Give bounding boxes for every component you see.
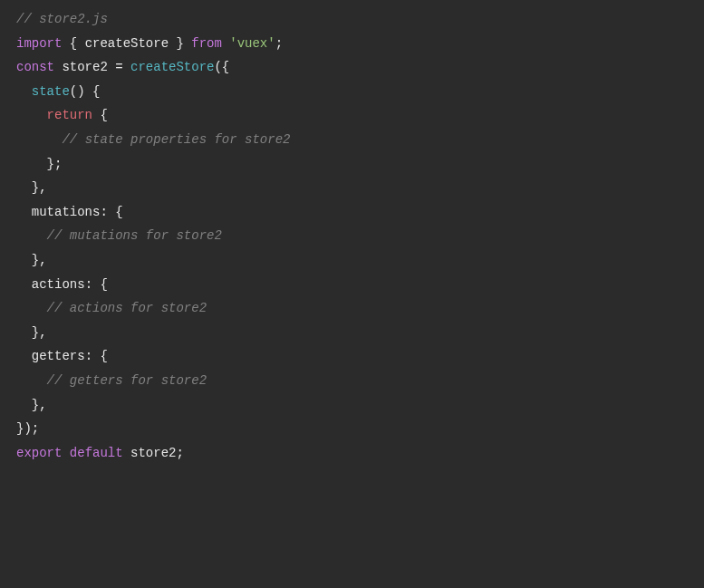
code-line: mutations: {	[16, 200, 688, 225]
code-line: // getters for store2	[16, 369, 688, 393]
code-block[interactable]: // store2.jsimport { createStore } from …	[16, 7, 688, 465]
code-token: : {	[100, 205, 122, 219]
code-token	[16, 301, 47, 315]
code-token: return	[47, 108, 92, 122]
code-token: mutations	[32, 205, 101, 219]
code-token	[16, 84, 32, 99]
code-token: {	[92, 108, 108, 122]
code-line: // state properties for store2	[16, 128, 688, 152]
code-token: 'vuex'	[229, 36, 275, 51]
code-token	[16, 108, 47, 122]
code-token	[16, 205, 32, 219]
code-token	[62, 446, 69, 460]
code-token: },	[16, 398, 47, 412]
code-token: () {	[70, 84, 101, 99]
code-token: getters	[32, 349, 85, 363]
code-token: });	[16, 421, 39, 436]
code-line: });	[16, 417, 688, 441]
code-line: export default store2;	[16, 441, 688, 466]
code-line: // actions for store2	[16, 296, 688, 321]
code-token: ({	[214, 60, 229, 74]
code-token: // mutations for store2	[47, 228, 222, 243]
code-token: default	[70, 446, 123, 460]
code-token: // actions for store2	[47, 301, 207, 315]
code-token: state	[32, 84, 70, 99]
code-token	[16, 373, 47, 388]
code-token	[222, 36, 229, 51]
code-token	[16, 132, 62, 147]
code-line: },	[16, 176, 688, 200]
code-token: const	[16, 60, 54, 74]
code-line: const store2 = createStore({	[16, 55, 688, 80]
code-token: : {	[85, 349, 108, 363]
code-line: },	[16, 248, 688, 273]
code-token: },	[16, 180, 47, 195]
code-token: actions	[32, 277, 85, 292]
code-line: getters: {	[16, 344, 688, 369]
code-token: },	[16, 325, 47, 340]
code-token: ;	[275, 36, 283, 51]
code-token: store2;	[123, 446, 184, 460]
code-token: from	[191, 36, 222, 51]
code-token	[16, 228, 47, 243]
code-token	[16, 277, 32, 292]
code-line: },	[16, 393, 688, 418]
code-line: state() {	[16, 80, 688, 104]
code-token: store2 =	[54, 60, 130, 74]
code-token: },	[16, 253, 47, 267]
code-line: // mutations for store2	[16, 224, 688, 248]
code-token: { createStore }	[62, 36, 191, 51]
code-token: createStore	[130, 60, 214, 74]
code-token: // getters for store2	[47, 373, 207, 388]
code-token: // store2.js	[16, 12, 108, 26]
code-line: },	[16, 321, 688, 345]
code-line: return {	[16, 103, 688, 128]
code-token	[16, 349, 32, 363]
code-token: export	[16, 446, 62, 460]
code-token: : {	[85, 277, 108, 292]
code-line: actions: {	[16, 273, 688, 297]
code-token: // state properties for store2	[62, 132, 290, 147]
code-token: import	[16, 36, 62, 51]
code-line: import { createStore } from 'vuex';	[16, 32, 688, 56]
code-line: // store2.js	[16, 7, 688, 32]
code-token: };	[16, 157, 62, 171]
code-line: };	[16, 152, 688, 177]
